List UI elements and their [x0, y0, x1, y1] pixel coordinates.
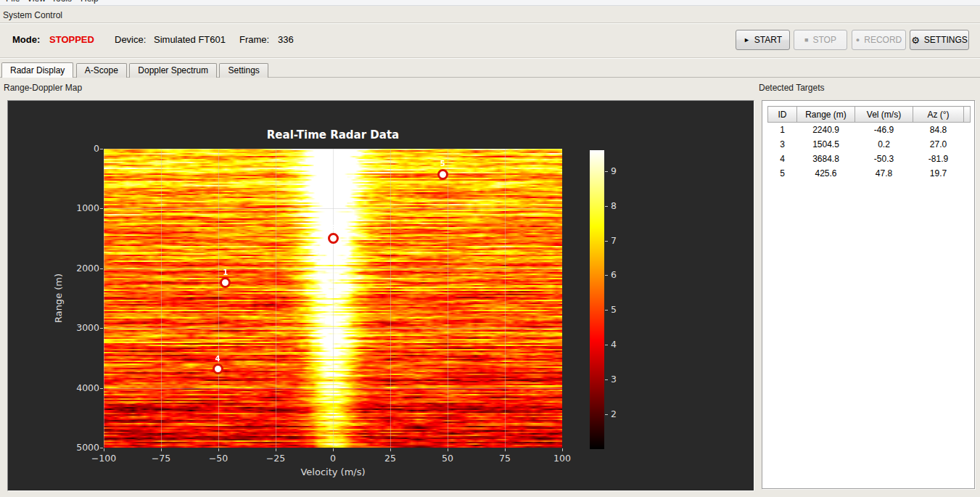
plot-title: Real-Time Radar Data [104, 128, 562, 141]
colorbar-tick-mark [605, 206, 608, 207]
colorbar-tick-mark [605, 171, 608, 172]
col-header-id[interactable]: ID [768, 107, 797, 123]
x-tick-mark [390, 448, 391, 451]
colorbar-tick-mark [605, 379, 608, 380]
range-doppler-plot-panel: Real-Time Radar Data Range (m) Velocity … [7, 100, 754, 491]
start-button[interactable]: ► START [736, 30, 790, 50]
play-icon: ► [744, 36, 750, 44]
target-cell [964, 137, 971, 152]
x-tick-mark [505, 448, 506, 451]
target-cell: 19.7 [913, 166, 964, 181]
x-tick-mark [448, 448, 448, 451]
mode-value: STOPPED [49, 34, 94, 45]
y-tick-mark [100, 448, 103, 448]
x-tick-label: 25 [374, 453, 406, 464]
record-button[interactable]: ● RECORD [852, 30, 906, 50]
y-tick-label: 1000 [66, 202, 99, 213]
y-tick-label: 5000 [66, 442, 99, 453]
x-tick-label: 100 [546, 453, 578, 464]
y-tick-mark [100, 149, 103, 149]
target-cell: 425.6 [797, 166, 855, 181]
targets-table-header: ID Range (m) Vel (m/s) Az (°) [768, 107, 971, 123]
target-cell: 3684.8 [797, 152, 855, 166]
y-tick-label: 2000 [66, 263, 99, 274]
range-doppler-heatmap [104, 149, 562, 448]
target-marker-label: 1 [218, 268, 233, 276]
y-tick-mark [100, 208, 103, 209]
colorbar-tick-mark [605, 345, 608, 345]
x-tick-label: 0 [317, 453, 349, 464]
y-tick-label: 3000 [66, 322, 99, 333]
target-cell: -81.9 [913, 152, 964, 166]
tab-doppler-spectrum[interactable]: Doppler Spectrum [129, 63, 217, 78]
device-value: Simulated FT601 [154, 34, 226, 45]
target-row[interactable]: 43684.8-50.3-81.9 [768, 152, 971, 166]
colorbar-tick-label: 8 [611, 200, 617, 211]
colorbar-tick-label: 3 [611, 374, 617, 385]
col-header-az[interactable]: Az (°) [913, 107, 964, 123]
tab-bar: Radar Display A-Scope Doppler Spectrum S… [0, 62, 980, 78]
x-tick-label: 50 [432, 453, 464, 464]
tab-radar-display[interactable]: Radar Display [1, 62, 73, 78]
x-tick-mark [562, 448, 563, 451]
x-tick-label: 75 [489, 453, 521, 464]
target-row[interactable]: 31504.50.227.0 [768, 137, 971, 152]
mode-label: Mode: [12, 34, 40, 45]
x-tick-mark [161, 448, 162, 451]
y-tick-label: 4000 [66, 382, 99, 393]
x-tick-label: −50 [202, 453, 234, 464]
colorbar-tick-label: 2 [611, 408, 617, 419]
colorbar-tick-mark [605, 310, 608, 311]
stop-icon: ■ [804, 36, 808, 44]
detected-targets-label: Detected Targets [759, 83, 825, 93]
target-cell: -50.3 [855, 152, 913, 166]
range-doppler-map-label: Range-Doppler Map [4, 83, 82, 93]
target-marker [437, 169, 448, 180]
menu-file[interactable]: File [6, 0, 20, 4]
colorbar-tick-mark [605, 275, 608, 276]
target-marker-label: 5 [435, 160, 450, 168]
target-cell: 2240.9 [797, 123, 855, 137]
tab-settings[interactable]: Settings [219, 63, 268, 78]
x-axis-label: Velocity (m/s) [104, 467, 562, 477]
x-tick-label: −25 [260, 453, 292, 464]
target-marker-label: 3 [326, 224, 341, 232]
colorbar-tick-label: 7 [611, 235, 617, 246]
menu-view[interactable]: View [27, 0, 46, 4]
target-cell: 84.8 [913, 123, 964, 137]
col-header-range[interactable]: Range (m) [797, 107, 855, 123]
target-cell: 0.2 [855, 137, 913, 152]
target-cell: 1 [768, 123, 797, 137]
gear-icon: ⚙ [911, 35, 920, 46]
menu-help[interactable]: Help [81, 0, 99, 4]
settings-button[interactable]: ⚙ SETTINGS [910, 30, 969, 50]
target-row[interactable]: 12240.9-46.984.8 [768, 123, 971, 137]
colorbar-tick-mark [605, 414, 608, 415]
detected-targets-panel: ID Range (m) Vel (m/s) Az (°) 12240.9-46… [762, 100, 975, 489]
col-header-vel[interactable]: Vel (m/s) [855, 107, 913, 123]
target-cell: 5 [768, 166, 797, 181]
x-tick-label: −100 [88, 453, 120, 464]
colorbar-tick-label: 4 [611, 339, 617, 350]
target-cell: 27.0 [913, 137, 964, 152]
tab-a-scope[interactable]: A-Scope [76, 63, 127, 78]
colorbar-tick-mark [605, 241, 608, 242]
colorbar-tick-label: 5 [611, 304, 617, 315]
colorbar [590, 150, 604, 449]
stop-button[interactable]: ■ STOP [794, 30, 847, 50]
menu-tools[interactable]: Tools [52, 0, 72, 4]
target-cell [964, 166, 971, 181]
settings-button-label: SETTINGS [924, 35, 968, 45]
x-tick-mark [333, 448, 334, 451]
record-button-label: RECORD [864, 35, 902, 45]
y-tick-mark [100, 328, 103, 329]
target-cell [964, 152, 971, 166]
start-button-label: START [754, 35, 782, 45]
device-label: Device: [115, 34, 146, 45]
frame-label: Frame: [239, 34, 269, 45]
x-tick-label: −75 [145, 453, 177, 464]
stop-button-label: STOP [812, 35, 836, 45]
target-marker-label: 4 [210, 355, 225, 363]
y-tick-mark [100, 388, 103, 389]
target-row[interactable]: 5425.647.819.7 [768, 166, 971, 181]
